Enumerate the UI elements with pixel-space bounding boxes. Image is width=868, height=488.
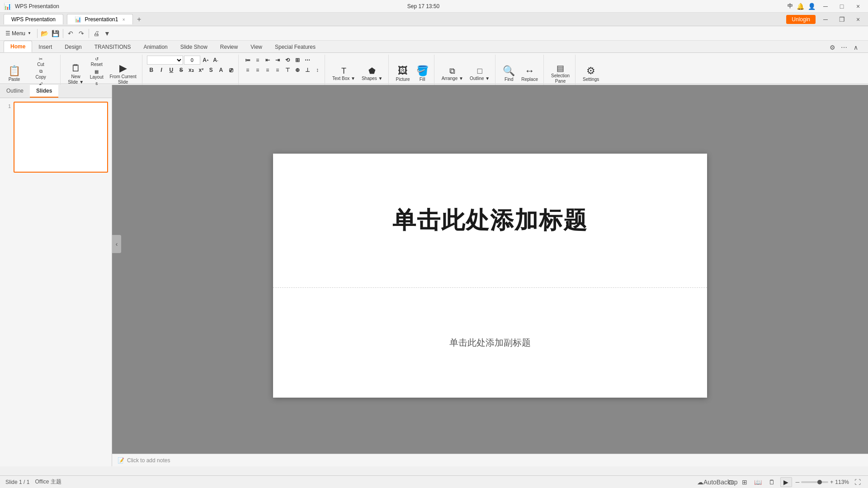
tab-design[interactable]: Design — [58, 42, 88, 52]
bullet-list-button[interactable]: ≔ — [243, 56, 252, 65]
tab-review[interactable]: Review — [214, 42, 244, 52]
autobackup-button[interactable]: ☁ AutoBackup — [712, 477, 722, 487]
notes-bar[interactable]: 📝 Click to add notes — [112, 454, 868, 466]
tab-view[interactable]: View — [244, 42, 269, 52]
slide-1-thumbnail[interactable] — [14, 102, 108, 173]
redo-button[interactable]: ↷ — [76, 28, 86, 38]
align-middle-button[interactable]: ⊕ — [293, 66, 302, 75]
open-button[interactable]: 📂 — [40, 28, 50, 38]
find-button[interactable]: 🔍 Find — [500, 61, 518, 87]
lang-icon[interactable]: 中 — [788, 2, 793, 10]
justify-button[interactable]: ≡ — [273, 66, 282, 75]
more-button[interactable]: ▼ — [102, 28, 112, 38]
decrease-indent-button[interactable]: ⇤ — [263, 56, 272, 65]
increase-indent-button[interactable]: ⇥ — [273, 56, 282, 65]
fit-window-button[interactable]: ⛶ — [853, 477, 863, 487]
tab-home[interactable]: Home — [4, 41, 32, 52]
tab-insert[interactable]: Insert — [32, 42, 58, 52]
reset-button[interactable]: ↺ Reset — [87, 56, 106, 67]
outline-tab[interactable]: Outline — [0, 85, 30, 98]
align-left-button[interactable]: ≡ — [243, 66, 252, 75]
slideshow-play-button[interactable]: ▶ — [780, 477, 792, 487]
bold-button[interactable]: B — [147, 66, 156, 75]
ribbon-collapse-icon[interactable]: ∧ — [851, 42, 861, 52]
text-direction-button[interactable]: ⟲ — [283, 56, 292, 65]
paste-button[interactable]: 📋 Paste — [5, 61, 23, 87]
view-notes-button[interactable]: 🗒 — [767, 477, 777, 487]
print-button[interactable]: 🖨 — [91, 28, 101, 38]
line-spacing-button[interactable]: ↕ — [313, 66, 322, 75]
font-name-select[interactable] — [147, 56, 183, 65]
left-nav-arrow[interactable]: ‹ — [112, 235, 121, 253]
view-reading-button[interactable]: 📖 — [753, 477, 763, 487]
ribbon-settings-icon[interactable]: ⚙ — [827, 42, 837, 52]
align-right-button[interactable]: ≡ — [263, 66, 272, 75]
undo-button[interactable]: ↶ — [66, 28, 75, 38]
outline-button[interactable]: □ Outline ▼ — [467, 61, 492, 87]
arrange-button[interactable]: ⧉ Arrange ▼ — [439, 61, 466, 87]
tab-special[interactable]: Special Features — [269, 42, 322, 52]
slide-thumbnail-area[interactable]: 1 — [0, 98, 112, 466]
replace-button[interactable]: ↔ Replace — [519, 61, 541, 87]
layout-button[interactable]: ▦ Layout — [87, 68, 106, 80]
align-center-button[interactable]: ≡ — [253, 66, 262, 75]
view-normal-button[interactable]: ⊡ — [726, 477, 736, 487]
settings-button[interactable]: ⚙ Settings — [580, 61, 602, 87]
cut-button[interactable]: ✂ Cut — [24, 56, 57, 67]
zoom-slider[interactable] — [801, 481, 828, 483]
tab-restore-button[interactable]: ❐ — [835, 15, 848, 24]
unlogin-button[interactable]: Unlogin — [786, 15, 816, 24]
maximize-button[interactable]: □ — [835, 2, 848, 11]
menu-button[interactable]: ☰ Menu ▼ — [2, 28, 35, 38]
subscript-button[interactable]: x₂ — [187, 66, 196, 75]
tab-close-icon[interactable]: × — [123, 17, 125, 22]
tab-minimize-button[interactable]: ─ — [819, 15, 832, 24]
copy-button[interactable]: ⧉ Copy — [24, 68, 57, 80]
tab-animation[interactable]: Animation — [137, 42, 174, 52]
selection-pane-button[interactable]: ▤ SelectionPane — [548, 61, 572, 87]
close-button[interactable]: × — [852, 2, 864, 11]
tab-transitions[interactable]: TRANSITIONS — [88, 42, 137, 52]
presentation1-tab[interactable]: 📊 Presentation1 × — [67, 14, 133, 24]
shapes-button[interactable]: ⬟ Shapes ▼ — [359, 61, 386, 87]
tab-close-button[interactable]: × — [852, 15, 864, 24]
align-bottom-button[interactable]: ⊥ — [303, 66, 312, 75]
font-color-button[interactable]: A — [217, 66, 226, 75]
align-top-button[interactable]: ⊤ — [283, 66, 292, 75]
shadow-button[interactable]: S — [207, 66, 216, 75]
tab-slideshow[interactable]: Slide Show — [174, 42, 214, 52]
font-size-input[interactable]: 0 — [184, 56, 200, 65]
picture-button[interactable]: 🖼 Picture — [393, 61, 413, 87]
paragraph-more-button[interactable]: ⋯ — [303, 56, 312, 65]
fill-button[interactable]: 🪣 Fill — [414, 61, 431, 87]
strikethrough-button[interactable]: S — [177, 66, 186, 75]
save-button[interactable]: 💾 — [51, 28, 61, 38]
slide-subtitle[interactable]: 单击此处添加副标题 — [449, 337, 531, 349]
font-size-increase-button[interactable]: A+ — [201, 56, 210, 65]
clear-format-button[interactable]: ⎚ — [226, 66, 236, 75]
from-current-button[interactable]: ▶ From CurrentSlide — [107, 61, 139, 87]
wps-presentation-tab[interactable]: WPS Presentation — [4, 14, 63, 24]
ribbon-more-icon[interactable]: ⋯ — [839, 42, 849, 52]
font-size-decrease-button[interactable]: A- — [211, 56, 220, 65]
italic-button[interactable]: I — [157, 66, 166, 75]
subtitle-text-area[interactable]: 单击此处添加副标题 — [273, 288, 707, 398]
zoom-slider-thumb[interactable] — [817, 480, 822, 484]
columns-button[interactable]: ⊞ — [293, 56, 302, 65]
minimize-button[interactable]: ─ — [819, 2, 832, 11]
new-tab-button[interactable]: + — [135, 15, 144, 24]
view-slide-sorter-button[interactable]: ⊞ — [740, 477, 750, 487]
new-slide-button[interactable]: 🗒 NewSlide ▼ — [65, 61, 86, 87]
main-canvas-area[interactable]: 单击此处添加标题 单击此处添加副标题 — [112, 85, 868, 466]
superscript-button[interactable]: x² — [197, 66, 206, 75]
zoom-in-button[interactable]: + — [830, 479, 833, 485]
underline-button[interactable]: U — [167, 66, 176, 75]
zoom-out-button[interactable]: ─ — [796, 479, 800, 485]
title-text-area[interactable]: 单击此处添加标题 — [273, 154, 707, 288]
slides-tab[interactable]: Slides — [30, 85, 58, 98]
numbered-list-button[interactable]: ≡ — [253, 56, 262, 65]
slide-canvas[interactable]: 单击此处添加标题 单击此处添加副标题 — [273, 154, 707, 398]
text-box-button[interactable]: T Text Box ▼ — [330, 61, 358, 87]
user-icon[interactable]: 👤 — [808, 3, 816, 10]
notification-icon[interactable]: 🔔 — [797, 3, 804, 10]
